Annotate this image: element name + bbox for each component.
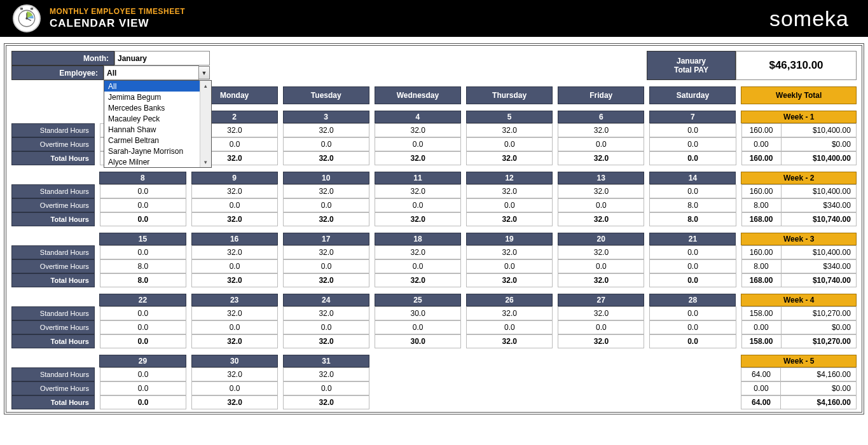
hours-cell[interactable]: 32.0: [375, 273, 461, 287]
hours-cell[interactable]: 32.0: [191, 334, 278, 348]
hours-cell[interactable]: 0.0: [466, 137, 553, 151]
hours-cell[interactable]: 0.0: [375, 259, 461, 273]
hours-cell[interactable]: 32.0: [375, 123, 461, 137]
hours-cell[interactable]: 32.0: [191, 367, 278, 381]
hours-cell[interactable]: 0.0: [100, 334, 186, 348]
hours-cell[interactable]: 0.0: [375, 137, 461, 151]
hours-cell[interactable]: [558, 381, 644, 395]
hours-cell[interactable]: 0.0: [466, 320, 553, 334]
employee-dropdown-button[interactable]: ▼: [198, 66, 210, 79]
hours-cell[interactable]: 0.0: [558, 259, 644, 273]
hours-cell[interactable]: 32.0: [558, 184, 644, 198]
hours-cell[interactable]: 32.0: [558, 212, 644, 226]
hours-cell[interactable]: 32.0: [283, 212, 369, 226]
hours-cell[interactable]: 0.0: [466, 198, 553, 212]
hours-cell[interactable]: 0.0: [558, 198, 644, 212]
hours-cell[interactable]: 32.0: [466, 273, 553, 287]
hours-cell[interactable]: 32.0: [283, 395, 369, 409]
hours-cell[interactable]: 0.0: [100, 395, 186, 409]
hours-cell[interactable]: 0.0: [191, 259, 278, 273]
hours-cell[interactable]: 32.0: [191, 212, 278, 226]
hours-cell[interactable]: 32.0: [558, 334, 644, 348]
hours-cell[interactable]: 32.0: [375, 151, 461, 165]
scroll-up-icon[interactable]: ▴: [200, 81, 211, 91]
hours-cell[interactable]: 32.0: [558, 306, 644, 320]
hours-cell[interactable]: 30.0: [375, 306, 461, 320]
hours-cell[interactable]: [466, 367, 553, 381]
hours-cell[interactable]: 8.0: [649, 212, 736, 226]
hours-cell[interactable]: [558, 395, 644, 409]
hours-cell[interactable]: 0.0: [558, 320, 644, 334]
hours-cell[interactable]: 0.0: [649, 306, 736, 320]
hours-cell[interactable]: [558, 367, 644, 381]
hours-cell[interactable]: 32.0: [558, 245, 644, 259]
hours-cell[interactable]: [649, 381, 736, 395]
hours-cell[interactable]: 32.0: [191, 395, 278, 409]
month-select[interactable]: January: [114, 51, 210, 65]
hours-cell[interactable]: 0.0: [375, 320, 461, 334]
hours-cell[interactable]: 0.0: [649, 184, 736, 198]
hours-cell[interactable]: 30.0: [375, 334, 461, 348]
hours-cell[interactable]: 32.0: [466, 245, 553, 259]
hours-cell[interactable]: 0.0: [283, 320, 369, 334]
hours-cell[interactable]: 8.0: [649, 198, 736, 212]
hours-cell[interactable]: 32.0: [283, 123, 369, 137]
hours-cell[interactable]: 0.0: [649, 334, 736, 348]
hours-cell[interactable]: 0.0: [100, 184, 186, 198]
hours-cell[interactable]: 32.0: [283, 273, 369, 287]
hours-cell[interactable]: 32.0: [375, 184, 461, 198]
hours-cell[interactable]: [649, 395, 736, 409]
hours-cell[interactable]: 32.0: [375, 245, 461, 259]
hours-cell[interactable]: 32.0: [283, 245, 369, 259]
hours-cell[interactable]: 0.0: [649, 151, 736, 165]
hours-cell[interactable]: 0.0: [100, 212, 186, 226]
hours-cell[interactable]: 0.0: [191, 320, 278, 334]
hours-cell[interactable]: 32.0: [283, 306, 369, 320]
hours-cell[interactable]: 32.0: [375, 212, 461, 226]
hours-cell[interactable]: 32.0: [558, 123, 644, 137]
hours-cell[interactable]: 32.0: [466, 184, 553, 198]
hours-cell[interactable]: 0.0: [191, 381, 278, 395]
hours-cell[interactable]: [466, 395, 553, 409]
hours-cell[interactable]: 0.0: [283, 137, 369, 151]
hours-cell[interactable]: [649, 367, 736, 381]
hours-cell[interactable]: 8.0: [100, 273, 186, 287]
employee-option[interactable]: Carmel Beltran: [104, 135, 211, 146]
hours-cell[interactable]: 0.0: [100, 320, 186, 334]
employee-option[interactable]: Alyce Milner: [104, 156, 211, 167]
scroll-down-icon[interactable]: ▾: [200, 157, 211, 167]
employee-option[interactable]: All: [104, 81, 211, 92]
hours-cell[interactable]: 32.0: [191, 273, 278, 287]
hours-cell[interactable]: 32.0: [466, 123, 553, 137]
hours-cell[interactable]: 0.0: [283, 381, 369, 395]
employee-option[interactable]: Hannah Shaw: [104, 124, 211, 135]
hours-cell[interactable]: 0.0: [558, 137, 644, 151]
hours-cell[interactable]: 32.0: [466, 212, 553, 226]
hours-cell[interactable]: 0.0: [649, 273, 736, 287]
hours-cell[interactable]: 0.0: [100, 367, 186, 381]
hours-cell[interactable]: 32.0: [191, 306, 278, 320]
hours-cell[interactable]: 0.0: [100, 198, 186, 212]
hours-cell[interactable]: 0.0: [649, 123, 736, 137]
hours-cell[interactable]: 0.0: [283, 259, 369, 273]
hours-cell[interactable]: [466, 381, 553, 395]
hours-cell[interactable]: 32.0: [466, 334, 553, 348]
hours-cell[interactable]: 32.0: [283, 334, 369, 348]
hours-cell[interactable]: 32.0: [558, 273, 644, 287]
hours-cell[interactable]: 32.0: [283, 367, 369, 381]
employee-select[interactable]: All AllJemima BegumMercedes BanksMacaule…: [104, 65, 199, 80]
employee-option[interactable]: Jemima Begum: [104, 92, 211, 102]
hours-cell[interactable]: 0.0: [100, 381, 186, 395]
hours-cell[interactable]: [375, 367, 461, 381]
hours-cell[interactable]: 0.0: [100, 245, 186, 259]
hours-cell[interactable]: 0.0: [283, 198, 369, 212]
hours-cell[interactable]: 0.0: [649, 245, 736, 259]
hours-cell[interactable]: 32.0: [466, 151, 553, 165]
hours-cell[interactable]: 8.0: [100, 259, 186, 273]
hours-cell[interactable]: [375, 381, 461, 395]
dropdown-scrollbar[interactable]: ▴ ▾: [200, 81, 211, 167]
hours-cell[interactable]: 0.0: [375, 198, 461, 212]
hours-cell[interactable]: 0.0: [466, 259, 553, 273]
hours-cell[interactable]: 0.0: [649, 259, 736, 273]
hours-cell[interactable]: 32.0: [191, 245, 278, 259]
